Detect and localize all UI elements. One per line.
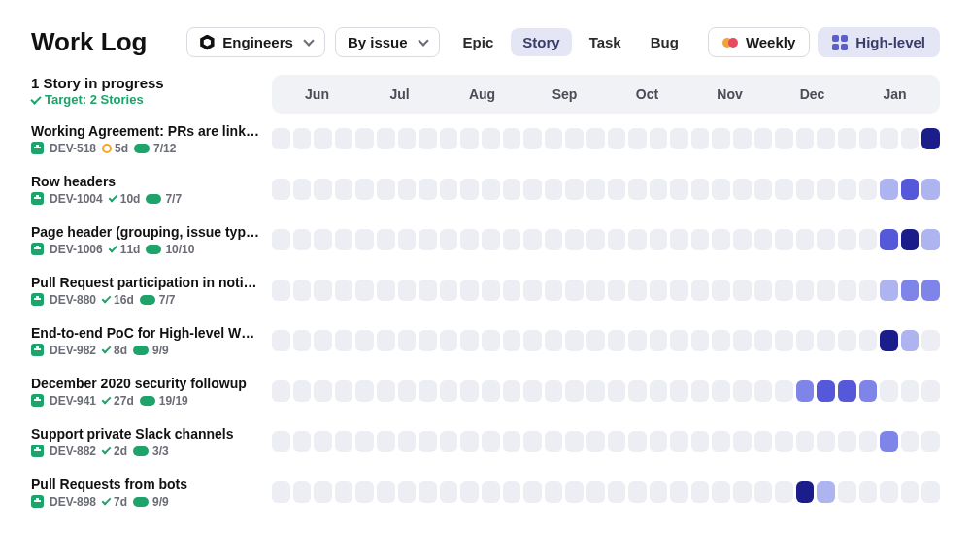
timeline-cell xyxy=(901,431,920,452)
timeline-cell xyxy=(691,179,710,200)
by-issue-dropdown[interactable]: By issue xyxy=(335,27,440,57)
timeline-cell xyxy=(859,128,878,149)
progress-pill-icon xyxy=(140,295,155,305)
timeline-cell xyxy=(545,128,563,149)
timeline-cell xyxy=(754,280,773,301)
issue-key: DEV-898 xyxy=(50,495,96,509)
story-type-icon xyxy=(31,243,44,255)
engineers-dropdown[interactable]: Engineers xyxy=(186,27,325,57)
check-icon xyxy=(102,294,112,304)
timeline-cell xyxy=(482,229,500,250)
timeline-cell xyxy=(650,380,668,402)
timeline-cell xyxy=(355,380,374,402)
issue-row[interactable]: Row headersDEV-100410d7/7 xyxy=(31,164,940,214)
target-text: Target: 2 Stories xyxy=(45,92,144,107)
timeline-cell xyxy=(314,481,332,503)
timeline-cell xyxy=(565,380,584,402)
timeline-cell xyxy=(419,380,437,402)
tab-task[interactable]: Task xyxy=(578,28,633,56)
timeline-cell xyxy=(335,179,353,200)
timeline-cell xyxy=(503,481,521,503)
check-icon xyxy=(102,445,112,455)
timeline-cell xyxy=(586,128,605,149)
timeline-cell xyxy=(272,431,290,452)
check-icon xyxy=(102,395,112,405)
timeline-cell xyxy=(523,481,542,503)
tab-epic[interactable]: Epic xyxy=(452,28,506,56)
timeline-cell xyxy=(650,481,668,503)
timeline-cell xyxy=(608,179,626,200)
in-progress-icon xyxy=(102,144,112,153)
timeline-cell xyxy=(608,431,626,452)
story-type-icon xyxy=(31,344,44,356)
timeline-cell xyxy=(775,431,793,452)
issue-duration: 8d xyxy=(102,344,127,357)
progress-pill-icon xyxy=(134,144,150,153)
timeline-cell xyxy=(650,128,668,149)
timeline-cell xyxy=(314,330,332,351)
timeline-cell xyxy=(314,380,332,402)
timeline-cell xyxy=(775,128,793,149)
timeline-cell xyxy=(398,481,417,503)
timeline-cell xyxy=(503,330,521,351)
tab-story[interactable]: Story xyxy=(511,28,571,56)
timeline-cell xyxy=(796,229,815,250)
issue-row[interactable]: Support private Slack channelsDEV-8822d3… xyxy=(31,416,940,467)
issue-meta: DEV-5185d7/12 xyxy=(31,142,260,155)
timeline-cell xyxy=(335,128,353,149)
timeline-cell xyxy=(775,280,793,301)
issue-meta: DEV-94127d19/19 xyxy=(31,394,260,408)
timeline-cell xyxy=(754,229,773,250)
timeline-cell xyxy=(608,229,626,250)
timeline-cell xyxy=(586,330,605,351)
timeline-cell xyxy=(398,179,417,200)
issue-progress: 9/9 xyxy=(133,495,169,509)
timeline-cell xyxy=(314,431,332,452)
timeline-cell xyxy=(880,128,898,149)
timeline-cell xyxy=(880,280,898,301)
high-level-icon xyxy=(832,35,848,50)
issue-row[interactable]: End-to-end PoC for High-level W…DEV-9828… xyxy=(31,315,940,366)
issue-meta: DEV-100611d10/10 xyxy=(31,243,260,256)
timeline-cell xyxy=(754,179,773,200)
issue-meta: DEV-100410d7/7 xyxy=(31,192,260,206)
timeline-cell xyxy=(691,229,710,250)
issue-row[interactable]: Page header (grouping, issue typ…DEV-100… xyxy=(31,214,940,265)
timeline-cell xyxy=(314,280,332,301)
month-label: Jul xyxy=(358,86,441,102)
timeline-cell xyxy=(921,280,940,301)
timeline-cell xyxy=(503,380,521,402)
timeline-cell xyxy=(377,431,395,452)
issue-title: Support private Slack channels xyxy=(31,426,260,442)
high-level-button[interactable]: High-level xyxy=(818,27,940,57)
chevron-down-icon xyxy=(418,35,428,46)
timeline-cell xyxy=(272,229,290,250)
month-label: Dec xyxy=(771,86,854,102)
issue-meta: DEV-9828d9/9 xyxy=(31,344,260,357)
issue-duration: 2d xyxy=(102,445,127,458)
timeline-cell xyxy=(545,280,563,301)
timeline-cell xyxy=(314,128,332,149)
timeline-cell xyxy=(545,330,563,351)
timeline-cell xyxy=(503,280,521,301)
issue-title: Pull Requests from bots xyxy=(31,477,260,492)
timeline-cell xyxy=(859,179,878,200)
issue-row[interactable]: Working Agreement: PRs are linke…DEV-518… xyxy=(31,114,940,164)
tab-bug[interactable]: Bug xyxy=(639,28,690,56)
issue-key: DEV-982 xyxy=(50,344,96,357)
timeline-cell xyxy=(901,280,920,301)
timeline-cell xyxy=(859,380,878,402)
timeline-cells xyxy=(272,380,940,402)
timeline-cell xyxy=(272,481,290,503)
timeline-cell xyxy=(754,431,773,452)
timeline-cell xyxy=(272,280,290,301)
timeline-cell xyxy=(796,280,815,301)
weekly-button[interactable]: Weekly xyxy=(708,27,810,57)
timeline-cell xyxy=(460,179,479,200)
timeline-cell xyxy=(796,481,815,503)
timeline-cell xyxy=(335,229,353,250)
timeline-cell xyxy=(838,128,856,149)
issue-row[interactable]: December 2020 security followupDEV-94127… xyxy=(31,366,940,416)
issue-row[interactable]: Pull Request participation in notifi…DEV… xyxy=(31,265,940,315)
issue-row[interactable]: Pull Requests from botsDEV-8987d9/9 xyxy=(31,467,940,517)
